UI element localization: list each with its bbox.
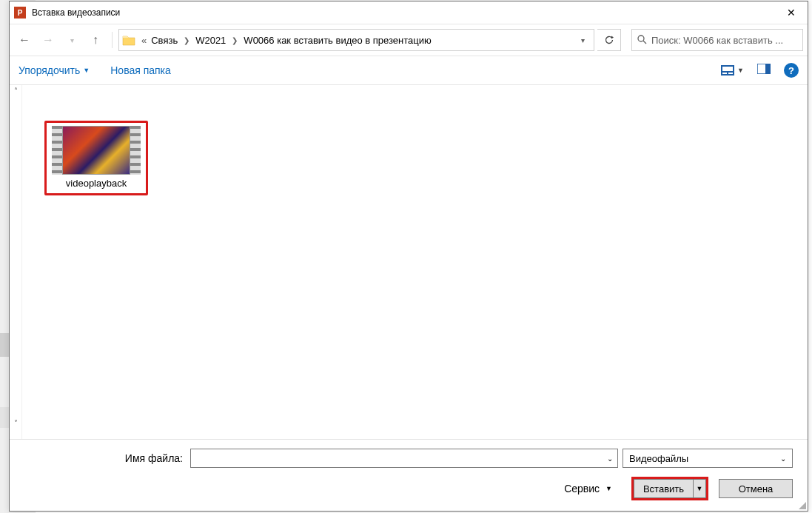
scroll-up-icon: ˄ — [14, 87, 18, 95]
up-button[interactable]: ↑ — [85, 30, 106, 50]
powerpoint-icon: P — [14, 7, 26, 19]
search-placeholder: Поиск: W0066 как вставить ... — [651, 35, 783, 46]
dialog-title: Вставка видеозаписи — [32, 7, 774, 18]
breadcrumb-prefix: « — [141, 35, 150, 46]
dialog-footer: Имя файла: ⌄ Видеофайлы ⌄ Сервис ▼ Встав… — [10, 439, 808, 511]
service-label: Сервис — [564, 483, 600, 494]
chevron-right-icon[interactable]: ❯ — [179, 36, 194, 44]
new-folder-button[interactable]: Новая папка — [110, 64, 171, 76]
filename-label: Имя файла: — [24, 452, 186, 464]
svg-rect-4 — [722, 73, 727, 74]
svg-point-0 — [638, 36, 644, 41]
chevron-down-icon: ⌄ — [780, 455, 786, 463]
titlebar: P Вставка видеозаписи ✕ — [10, 1, 808, 24]
nav-pane-scrollbar[interactable]: ˄ ˅ — [10, 85, 22, 439]
chevron-down-icon: ▼ — [605, 485, 612, 492]
navigation-row: ← → ▾ ↑ « Связь ❯ W2021 ❯ W0066 как вста… — [10, 24, 808, 56]
file-browser-area: ˄ ˅ videoplayback — [10, 85, 808, 439]
file-list[interactable]: videoplayback — [22, 85, 808, 439]
search-icon — [637, 34, 647, 47]
view-mode-button[interactable]: ▼ — [721, 65, 744, 76]
forward-button[interactable]: → — [38, 30, 58, 50]
insert-dropdown-button[interactable]: ▼ — [693, 479, 706, 498]
refresh-button[interactable] — [597, 29, 621, 51]
preview-pane-icon — [757, 64, 771, 74]
svg-rect-5 — [728, 73, 733, 74]
service-button[interactable]: Сервис ▼ — [564, 483, 612, 494]
file-item-selected[interactable]: videoplayback — [44, 121, 148, 195]
chevron-right-icon[interactable]: ❯ — [227, 36, 242, 44]
scroll-down-icon: ˅ — [14, 419, 18, 427]
command-bar: Упорядочить ▼ Новая папка ▼ ? — [10, 56, 808, 85]
svg-rect-7 — [765, 64, 771, 74]
svg-line-1 — [643, 41, 646, 44]
insert-button[interactable]: Вставить — [634, 479, 693, 498]
organize-button[interactable]: Упорядочить ▼ — [19, 64, 90, 76]
insert-video-dialog: P Вставка видеозаписи ✕ ← → ▾ ↑ « Связь … — [9, 1, 808, 512]
chevron-down-icon: ▼ — [83, 67, 90, 74]
search-input[interactable]: Поиск: W0066 как вставить ... — [631, 29, 803, 51]
help-button[interactable]: ? — [784, 63, 799, 78]
separator — [112, 32, 113, 48]
video-thumbnail — [52, 126, 141, 175]
chevron-down-icon: ▼ — [737, 67, 744, 74]
breadcrumb[interactable]: W0066 как вставить видео в презентацию — [244, 35, 431, 46]
address-bar[interactable]: « Связь ❯ W2021 ❯ W0066 как вставить вид… — [118, 29, 594, 51]
address-dropdown[interactable]: ▾ — [575, 36, 591, 44]
new-folder-label: Новая папка — [110, 64, 171, 76]
chevron-down-icon[interactable]: ⌄ — [607, 455, 613, 463]
filetype-select[interactable]: Видеофайлы ⌄ — [623, 449, 793, 468]
film-strip-icon — [52, 126, 62, 175]
filetype-value: Видеофайлы — [629, 453, 688, 464]
organize-label: Упорядочить — [19, 64, 80, 76]
close-button[interactable]: ✕ — [774, 1, 808, 24]
cancel-button[interactable]: Отмена — [719, 479, 793, 498]
recent-locations-button[interactable]: ▾ — [61, 30, 82, 50]
back-button[interactable]: ← — [14, 30, 35, 50]
resize-grip[interactable] — [797, 500, 806, 509]
file-name: videoplayback — [50, 178, 143, 189]
breadcrumb[interactable]: W2021 — [195, 35, 226, 46]
folder-icon — [122, 34, 135, 46]
preview-pane-button[interactable] — [757, 64, 771, 77]
refresh-icon — [604, 35, 614, 45]
film-strip-icon — [130, 126, 141, 175]
filename-input[interactable]: ⌄ — [190, 449, 618, 468]
thumbnails-icon — [721, 65, 734, 76]
insert-button-highlight: Вставить ▼ — [631, 477, 708, 500]
svg-rect-3 — [722, 67, 733, 71]
breadcrumb[interactable]: Связь — [151, 35, 178, 46]
